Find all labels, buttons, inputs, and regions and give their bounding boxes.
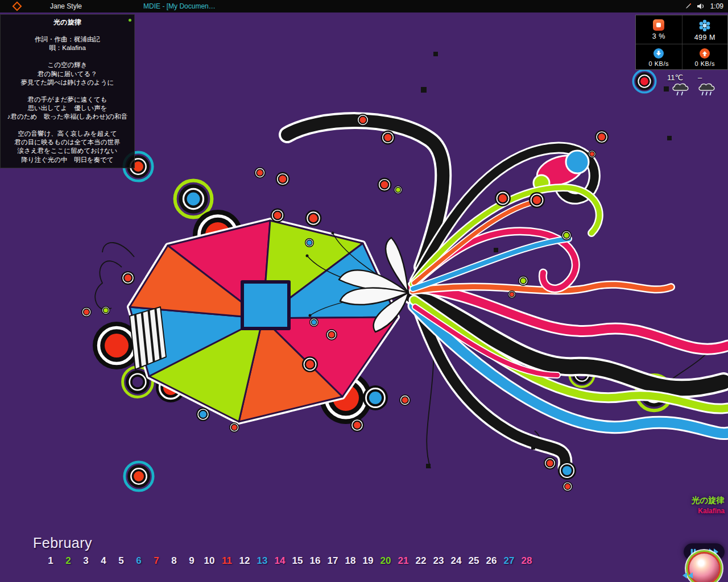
rewind-button[interactable] [681,572,694,579]
lyrics-line: 思い出してよ 優しい声を [1,104,134,113]
calendar-day-20: 20 [379,555,392,567]
lyrics-line: 唄：Kalafina [1,44,134,52]
lyrics-widget: 光の旋律 作詞・作曲：梶浦由記唄：Kalafina この空の輝き君の胸に届いてる… [0,14,135,168]
calendar-day-10: 10 [203,555,216,567]
cpu-cell: 3 % [636,15,682,44]
calendar-day-23: 23 [432,555,445,567]
calendar-day-9: 9 [185,555,198,567]
rain-cloud-icon [671,81,691,97]
lyrics-line: ♪君のため 歌った幸福(しあわせ)の和音 [1,113,134,121]
calendar-day-21: 21 [397,555,410,567]
calendar-day-3: 3 [80,555,92,567]
taskbar: Jane Style MDIE - [My Documen… 1:09 [0,0,728,13]
calendar-day-14: 14 [274,555,286,567]
calendar-day-8: 8 [168,555,180,567]
calendar-day-5: 5 [115,555,127,567]
lyrics-title: 光の旋律 [1,18,134,27]
pause-button[interactable] [689,548,697,556]
memory-cell: 499 M [682,15,728,44]
calendar-day-18: 18 [344,555,357,567]
lyrics-line: 降り注ぐ光の中 明日を奏でて [1,156,134,164]
calendar-day-11: 11 [221,555,233,567]
calendar-day-19: 19 [362,555,374,567]
upload-icon [700,48,710,59]
lyrics-line: この空の輝き [1,61,134,69]
download-cell: 0 KB/s [636,44,682,69]
calendar-day-15: 15 [291,555,304,567]
calendar-day-17: 17 [326,555,339,567]
lyrics-line [1,27,134,35]
download-speed: 0 KB/s [636,60,682,67]
pen-icon[interactable] [685,3,692,10]
lyrics-lines: 光の旋律 作詞・作曲：梶浦由記唄：Kalafina この空の輝き君の胸に届いてる… [1,18,134,164]
system-monitor-widget: 3 % 499 M 0 KB/s [635,15,728,102]
music-player-widget [675,543,726,582]
clock[interactable]: 1:09 [710,2,723,10]
calendar-day-13: 13 [256,555,268,567]
temperature-tomorrow: – [698,73,702,82]
calendar-month: February [33,535,92,551]
lyrics-line: 夢見てた調べは静けさのように [1,78,134,87]
calendar-days: 1234567891011121314151617181920212223242… [44,555,533,567]
lyrics-line: 君の手がまだ夢に遠くても [1,95,134,104]
lyrics-line: 作詞・作曲：梶浦由記 [1,35,134,44]
taskbar-item-mdie[interactable]: MDIE - [My Documen… [143,2,216,10]
calendar-day-6: 6 [133,555,145,567]
system-monitor-panel: 3 % 499 M 0 KB/s [635,15,728,70]
calendar-day-7: 7 [150,555,163,567]
status-dot [129,19,131,22]
calendar-day-22: 22 [415,555,427,567]
lyrics-line: 君の目に映るものは全て本当の世界 [1,138,134,147]
heavy-rain-cloud-icon [697,81,717,97]
lyrics-line: 涙さえ君をここに留めておけない [1,147,134,155]
upload-speed: 0 KB/s [682,60,728,67]
upload-cell: 0 KB/s [682,44,728,69]
calendar-day-26: 26 [485,555,498,567]
calendar-day-24: 24 [450,555,462,567]
lyrics-line [1,87,134,95]
temperature: 11℃ [667,73,683,82]
memory-icon [698,19,711,32]
taskbar-item-jane-style[interactable]: Jane Style [50,2,82,10]
calendar-day-4: 4 [97,555,110,567]
lyrics-line [1,52,134,61]
taskbar-tray: 1:09 [685,2,723,10]
launcher-diamond-icon[interactable] [13,2,22,11]
memory-usage: 499 M [682,34,728,41]
calendar-day-2: 2 [62,555,75,567]
calendar-day-28: 28 [520,555,533,567]
speaker-icon[interactable] [697,3,705,10]
cpu-usage: 3 % [636,32,682,40]
calendar-day-27: 27 [503,555,515,567]
lyrics-line: 君の胸に届いてる？ [1,70,134,78]
download-icon [653,48,664,59]
weather-widget: 11℃ – [635,70,728,102]
now-playing-info: 光の旋律 Kalafina [692,495,725,515]
calendar-day-1: 1 [44,555,57,567]
cpu-icon [653,19,664,31]
lyrics-line: 空の音響け、高く哀しみを超えて [1,130,134,138]
calendar-day-16: 16 [309,555,321,567]
now-playing-title: 光の旋律 [692,495,725,506]
now-playing-artist: Kalafina [692,507,725,515]
calendar-day-12: 12 [238,555,251,567]
lyrics-line [1,121,134,130]
calendar-day-25: 25 [468,555,480,567]
